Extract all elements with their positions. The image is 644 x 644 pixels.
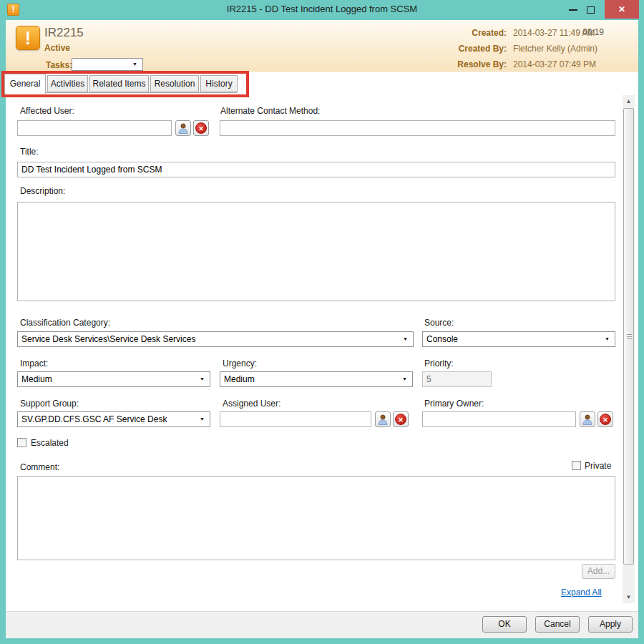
support-group-label: Support Group: xyxy=(20,399,79,409)
delete-icon: ✕ xyxy=(395,414,406,425)
person-icon xyxy=(378,414,388,425)
chevron-down-icon: ▼ xyxy=(403,336,408,341)
assigned-user-clear-button[interactable]: ✕ xyxy=(393,411,409,427)
minimize-icon[interactable] xyxy=(569,9,577,11)
incident-meta: Created: 2014-03-27 11:49 AM Created By:… xyxy=(386,25,601,72)
alternate-contact-input[interactable] xyxy=(220,120,615,136)
source-label: Source: xyxy=(424,318,454,328)
created-by-value: Fletcher Kelly (Admin) xyxy=(513,44,597,54)
affected-user-label: Affected User: xyxy=(20,106,74,116)
incident-id: IR2215 xyxy=(44,26,84,40)
delete-icon: ✕ xyxy=(195,122,207,134)
impact-dropdown[interactable]: Medium ▼ xyxy=(17,371,210,387)
tasks-dropdown[interactable]: ▼ xyxy=(72,58,143,71)
title-label: Title: xyxy=(20,147,39,157)
window-title: IR2215 - DD Test Incident Logged from SC… xyxy=(0,4,644,14)
ok-button[interactable]: OK xyxy=(482,616,527,633)
title-bar[interactable]: ! IR2215 - DD Test Incident Logged from … xyxy=(0,0,644,20)
priority-label: Priority: xyxy=(424,358,454,369)
resolve-by-label: Resolve By: xyxy=(386,59,507,69)
primary-owner-picker-button[interactable] xyxy=(580,411,595,427)
incident-window: ! IR2215 - DD Test Incident Logged from … xyxy=(0,0,644,644)
comment-textarea[interactable] xyxy=(17,476,615,560)
annotation-rectangle xyxy=(1,71,249,97)
footer-bar: OK Cancel Apply xyxy=(6,612,638,638)
scrollbar-grip xyxy=(627,336,632,337)
resolve-by-value: 2014-03-27 07:49 PM xyxy=(513,59,596,69)
incident-status: Active xyxy=(44,43,70,53)
delete-icon: ✕ xyxy=(600,414,611,425)
created-label: Created: xyxy=(386,28,507,38)
meta-row-created: Created: 2014-03-27 11:49 AM xyxy=(386,25,601,41)
maximize-icon xyxy=(587,6,595,14)
apply-button[interactable]: Apply xyxy=(588,616,633,633)
title-input[interactable]: DD Test Incident Logged from SCSM xyxy=(17,162,615,177)
source-dropdown[interactable]: Console ▼ xyxy=(422,331,615,347)
escalated-label: Escalated xyxy=(31,438,69,448)
description-label: Description: xyxy=(20,186,65,196)
alternate-contact-label: Alternate Contact Method: xyxy=(220,106,320,116)
description-textarea[interactable] xyxy=(17,202,615,301)
person-icon xyxy=(178,123,188,134)
incident-header: ! IR2215 Active Tasks: ▼ Created: 2014-0… xyxy=(6,20,638,72)
meta-row-created-by: Created By: Fletcher Kelly (Admin) xyxy=(386,41,601,57)
private-checkbox[interactable] xyxy=(572,461,581,470)
chevron-down-icon: ▼ xyxy=(605,336,610,341)
classification-value: Service Desk Services\Service Desk Servi… xyxy=(21,334,195,344)
priority-input: 5 xyxy=(422,371,492,387)
expand-all-link[interactable]: Expand All xyxy=(561,587,602,597)
scroll-up-icon[interactable]: ▲ xyxy=(623,95,635,107)
urgency-dropdown[interactable]: Medium ▼ xyxy=(220,371,413,387)
maximize-button[interactable] xyxy=(582,3,600,17)
private-label: Private xyxy=(585,461,611,471)
scroll-down-icon[interactable]: ▼ xyxy=(623,591,635,603)
assigned-user-input[interactable] xyxy=(220,411,371,427)
close-button[interactable]: ✕ xyxy=(605,0,639,19)
affected-user-clear-button[interactable]: ✕ xyxy=(193,120,209,136)
affected-user-picker-button[interactable] xyxy=(175,120,191,136)
scrollbar-thumb[interactable] xyxy=(623,108,634,565)
chevron-down-icon: ▼ xyxy=(200,416,205,421)
impact-value: Medium xyxy=(21,374,52,384)
comment-label: Comment: xyxy=(20,462,59,472)
support-group-value: SV.GP.DD.CFS.GSC AF Service Desk xyxy=(21,414,167,424)
affected-user-input[interactable] xyxy=(17,120,172,136)
urgency-value: Medium xyxy=(224,374,255,384)
tasks-label: Tasks: xyxy=(46,60,72,70)
classification-dropdown[interactable]: Service Desk Services\Service Desk Servi… xyxy=(17,331,414,347)
vertical-scrollbar[interactable]: ▲ ▼ xyxy=(623,95,635,603)
support-group-dropdown[interactable]: SV.GP.DD.CFS.GSC AF Service Desk ▼ xyxy=(17,411,210,427)
chevron-down-icon: ▼ xyxy=(132,62,137,67)
incident-warning-icon: ! xyxy=(16,26,40,50)
assigned-user-label: Assigned User: xyxy=(223,399,280,409)
assigned-user-picker-button[interactable] xyxy=(375,411,391,427)
classification-label: Classification Category: xyxy=(20,318,110,328)
impact-label: Impact: xyxy=(20,358,48,369)
person-icon xyxy=(582,414,592,425)
chevron-down-icon: ▼ xyxy=(402,376,407,381)
created-by-label: Created By: xyxy=(386,44,507,54)
source-value: Console xyxy=(426,334,458,344)
cancel-button[interactable]: Cancel xyxy=(535,616,580,633)
primary-owner-input[interactable] xyxy=(422,411,576,427)
primary-owner-label: Primary Owner: xyxy=(424,399,484,409)
primary-owner-clear-button[interactable]: ✕ xyxy=(597,411,613,427)
meta-row-resolve-by: Resolve By: 2014-03-27 07:49 PM xyxy=(386,57,601,72)
chevron-down-icon: ▼ xyxy=(200,376,205,381)
add-comment-button: Add... xyxy=(582,564,615,579)
escalated-checkbox[interactable] xyxy=(17,438,26,447)
urgency-label: Urgency: xyxy=(223,358,257,369)
elapsed-timer: 00:19 xyxy=(582,27,604,37)
